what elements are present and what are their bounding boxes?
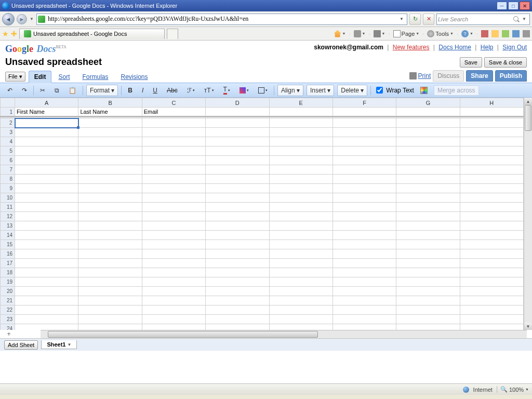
tab-formulas[interactable]: Formulas (76, 71, 114, 83)
tab-publish[interactable]: Publish (495, 70, 527, 82)
new-tab-button[interactable] (167, 29, 178, 39)
font-size-button[interactable]: тT▾ (201, 85, 217, 96)
cell-A23[interactable] (15, 315, 78, 324)
cell-E23[interactable] (269, 315, 332, 324)
cell-H9[interactable] (460, 184, 523, 193)
home-button[interactable]: ▼ (334, 30, 346, 37)
cell-D18[interactable] (206, 268, 269, 277)
cell-F13[interactable] (332, 221, 396, 231)
cell-B18[interactable] (78, 268, 142, 277)
cell-C20[interactable] (142, 287, 205, 296)
cell-G2[interactable] (396, 118, 460, 128)
bold-button[interactable]: B (125, 85, 136, 96)
cell-B8[interactable] (78, 175, 142, 184)
cell-A14[interactable] (15, 231, 78, 240)
cell-F9[interactable] (332, 184, 396, 193)
cell-C7[interactable] (142, 165, 205, 175)
cell-A2[interactable] (15, 118, 78, 128)
browser-tab[interactable]: Unsaved spreadsheet - Google Docs (19, 29, 165, 39)
ext-icon-2[interactable] (491, 30, 499, 37)
tools-menu[interactable]: Tools▼ (427, 30, 454, 37)
cell-E6[interactable] (269, 156, 332, 165)
url-input[interactable] (47, 15, 396, 23)
cell-C15[interactable] (142, 240, 205, 249)
cell-F2[interactable] (332, 118, 396, 128)
ext-icon-1[interactable] (481, 30, 488, 37)
font-family-button[interactable]: ℱ▾ (184, 85, 198, 96)
cell-E7[interactable] (269, 165, 332, 175)
row-header-18[interactable]: 18 (1, 268, 15, 277)
search-dropdown[interactable]: ▼ (520, 17, 528, 21)
cell-G5[interactable] (396, 147, 460, 156)
insert-menu[interactable]: Insert ▾ (307, 85, 334, 96)
cell-E13[interactable] (269, 221, 332, 231)
search-icon[interactable] (513, 16, 520, 23)
cell-F19[interactable] (332, 277, 396, 287)
cell-E8[interactable] (269, 175, 332, 184)
cell-A19[interactable] (15, 277, 78, 287)
cell-F11[interactable] (332, 203, 396, 212)
cell-A17[interactable] (15, 259, 78, 268)
cell-G11[interactable] (396, 203, 460, 212)
cell-E21[interactable] (269, 296, 332, 305)
cell-F20[interactable] (332, 287, 396, 296)
forward-button[interactable]: ► (17, 14, 27, 24)
row-header-13[interactable]: 13 (1, 221, 15, 231)
cell-B12[interactable] (78, 212, 142, 221)
new-features-link[interactable]: New features (393, 44, 430, 51)
cell-D7[interactable] (206, 165, 269, 175)
cell-G9[interactable] (396, 184, 460, 193)
cell-E5[interactable] (269, 147, 332, 156)
copy-button[interactable]: ⧉ (51, 85, 62, 96)
tab-edit[interactable]: Edit (29, 71, 52, 83)
horizontal-scrollbar[interactable] (41, 330, 527, 338)
underline-button[interactable]: U (150, 85, 161, 96)
cell-D12[interactable] (206, 212, 269, 221)
cell-H1[interactable] (460, 108, 523, 117)
row-header-10[interactable]: 10 (1, 193, 15, 203)
cell-F8[interactable] (332, 175, 396, 184)
cell-A6[interactable] (15, 156, 78, 165)
col-header-A[interactable]: A (15, 98, 78, 108)
cell-B24[interactable] (78, 324, 142, 330)
cell-A1[interactable]: First Name (15, 108, 78, 117)
cell-G12[interactable] (396, 212, 460, 221)
cell-C19[interactable] (142, 277, 205, 287)
cell-A12[interactable] (15, 212, 78, 221)
cell-A4[interactable] (15, 137, 78, 147)
cell-B23[interactable] (78, 315, 142, 324)
cell-H12[interactable] (460, 212, 523, 221)
cell-H2[interactable] (460, 118, 523, 128)
cell-A24[interactable] (15, 324, 78, 330)
file-menu[interactable]: File ▾ (5, 72, 25, 82)
cell-C2[interactable] (142, 118, 205, 128)
redo-button[interactable]: ↷ (19, 85, 30, 96)
cell-D15[interactable] (206, 240, 269, 249)
cell-F7[interactable] (332, 165, 396, 175)
cell-F4[interactable] (332, 137, 396, 147)
cell-E24[interactable] (269, 324, 332, 330)
row-header-4[interactable]: 4 (1, 137, 15, 147)
scroll-up-arrow[interactable]: ▲ (524, 98, 532, 105)
ext-icon-4[interactable] (512, 30, 520, 37)
row-header-1[interactable]: 1 (1, 108, 15, 117)
cell-B9[interactable] (78, 184, 142, 193)
cell-F15[interactable] (332, 240, 396, 249)
cell-H14[interactable] (460, 231, 523, 240)
col-header-F[interactable]: F (332, 98, 396, 108)
cell-E10[interactable] (269, 193, 332, 203)
save-close-button[interactable]: Save & close (484, 57, 527, 68)
sign-out-link[interactable]: Sign Out (502, 44, 527, 51)
cell-D19[interactable] (206, 277, 269, 287)
ext-icon-5[interactable] (523, 30, 530, 37)
add-sheet-button[interactable]: Add Sheet (4, 340, 38, 350)
cell-B13[interactable] (78, 221, 142, 231)
cell-F24[interactable] (332, 324, 396, 330)
text-color-button[interactable]: T▾ (220, 84, 233, 97)
cell-C22[interactable] (142, 305, 205, 315)
cell-H21[interactable] (460, 296, 523, 305)
stop-button[interactable]: ✕ (423, 14, 434, 25)
corner-cell[interactable] (1, 98, 15, 108)
cell-F10[interactable] (332, 193, 396, 203)
row-header-11[interactable]: 11 (1, 203, 15, 212)
